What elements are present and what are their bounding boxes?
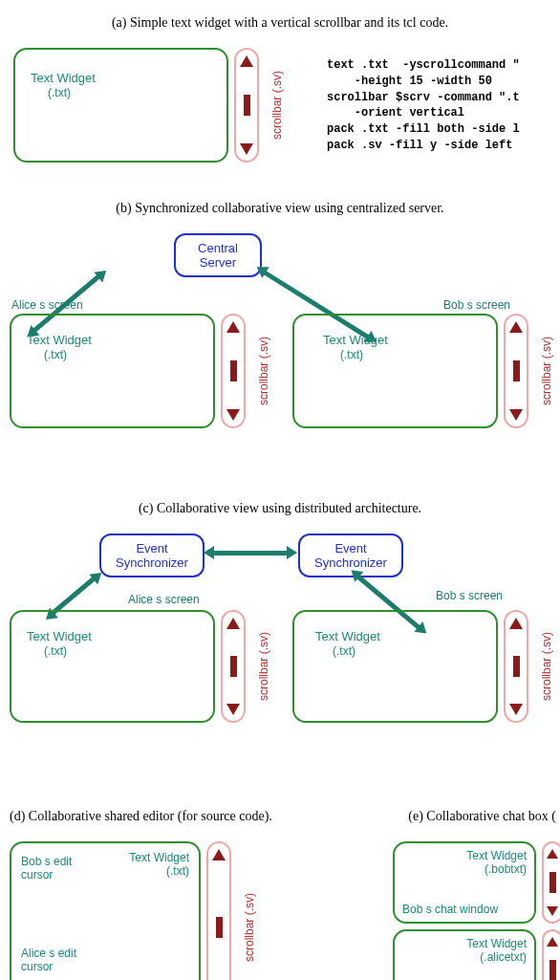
bob-cursor-label: Bob s edit cursor (21, 855, 72, 882)
text-widget-label: Text Widget (323, 333, 388, 347)
text-widget-label: Text Widget (129, 851, 189, 864)
text-widget-label: Text Widget (315, 629, 380, 643)
caption-e: (e) Collaborative chat box ( (280, 809, 556, 824)
scrollbar-label: scrollbar (.sv) (243, 893, 256, 962)
scrollbar-bob-c[interactable]: scrollbar (.sv) (504, 610, 528, 723)
scroll-thumb[interactable] (230, 360, 237, 381)
scroll-up-icon[interactable] (240, 55, 253, 67)
scrollbar-a[interactable]: scrollbar (.sv) (234, 48, 259, 163)
event-sync-a: Event Synchronizer (99, 534, 205, 577)
text-widget-alice-e: Text Widget (.alicetxt) Alice s chat win… (393, 929, 536, 980)
alice-screen-label: Alice s screen (11, 298, 83, 312)
bob-widget-group-c: Text Widget (.txt) scrollbar (.sv) (292, 610, 528, 723)
scroll-thumb[interactable] (244, 95, 250, 116)
text-widget-label: Text Widget (466, 849, 527, 862)
bob-screen-label: Bob s screen (436, 589, 503, 602)
arrow-sync-sync (212, 551, 289, 555)
section-c: Event Synchronizer Event Synchronizer Al… (4, 534, 556, 763)
scroll-up-icon[interactable] (226, 618, 240, 629)
scrollbar-alice-e[interactable] (542, 929, 560, 980)
alice-widget-group: Text Widget (.txt) scrollbar (.sv) (10, 314, 246, 428)
text-widget-alice-c: Text Widget (.txt) (10, 610, 215, 723)
alice-chat-group: Text Widget (.alicetxt) Alice s chat win… (393, 929, 560, 980)
text-widget-bob-b: Text Widget (.txt) (292, 314, 498, 428)
text-widget-sub: (.txt) (166, 864, 189, 878)
alice-screen-label: Alice s screen (128, 593, 200, 606)
scroll-up-icon[interactable] (212, 849, 226, 860)
scrollbar-alice-b[interactable]: scrollbar (.sv) (221, 314, 246, 428)
caption-b: (b) Synchronized collaborative view usin… (4, 201, 556, 216)
text-widget-sub: (.txt) (27, 348, 67, 361)
text-widget-label: Text Widget (27, 629, 92, 643)
central-server-box: Central Server (174, 233, 262, 277)
bob-chat-window-label: Bob s chat window (402, 903, 498, 916)
scrollbar-bob-e[interactable] (542, 841, 560, 924)
text-widget-sub: (.bobtxt) (485, 862, 527, 876)
text-widget-a: Text Widget (.txt) (13, 48, 228, 163)
scroll-thumb[interactable] (549, 872, 556, 893)
text-widget-d: Text Widget (.txt) Bob s edit cursor Ali… (10, 841, 201, 980)
section-e: Text Widget (.bobtxt) Bob s chat window … (280, 841, 556, 980)
scroll-down-icon[interactable] (240, 143, 253, 155)
bob-widget-group: Text Widget (.txt) scrollbar (.sv) (292, 314, 528, 428)
scroll-down-icon[interactable] (226, 704, 240, 715)
scroll-down-icon[interactable] (226, 409, 240, 421)
text-widget-sub: (.txt) (31, 86, 71, 99)
section-a: Text Widget (.txt) scrollbar (.sv) text … (4, 48, 556, 163)
bob-chat-group: Text Widget (.bobtxt) Bob s chat window (393, 841, 560, 924)
scroll-up-icon[interactable] (226, 321, 240, 333)
text-widget-alice-b: Text Widget (.txt) (10, 314, 215, 428)
text-widget-bob-e: Text Widget (.bobtxt) Bob s chat window (393, 841, 536, 924)
alice-cursor-label: Alice s edit cursor (21, 947, 76, 973)
scroll-up-icon[interactable] (547, 849, 558, 859)
caption-a: (a) Simple text widget with a vertical s… (4, 15, 556, 31)
alice-widget-group-c: Text Widget (.txt) scrollbar (.sv) (10, 610, 246, 723)
text-widget-sub: (.txt) (323, 348, 363, 361)
caption-d: (d) Collaborative shared editor (for sou… (4, 809, 280, 824)
scroll-down-icon[interactable] (509, 704, 523, 715)
scrollbar-bob-b[interactable]: scrollbar (.sv) (504, 314, 528, 428)
scroll-up-icon[interactable] (509, 618, 523, 629)
scroll-thumb[interactable] (216, 917, 223, 938)
text-widget-label: Text Widget (31, 71, 96, 85)
scroll-thumb[interactable] (549, 960, 556, 980)
section-b: Central Server Alice s screen Bob s scre… (4, 233, 556, 463)
text-widget-sub: (.alicetxt) (480, 950, 527, 964)
scrollbar-label: scrollbar (.sv) (540, 632, 553, 701)
scroll-thumb[interactable] (230, 656, 237, 677)
text-widget-sub: (.txt) (315, 644, 355, 658)
scrollbar-alice-c[interactable]: scrollbar (.sv) (221, 610, 246, 723)
text-widget-bob-c: Text Widget (.txt) (292, 610, 498, 723)
scroll-thumb[interactable] (513, 360, 520, 381)
scroll-up-icon[interactable] (547, 937, 558, 947)
text-widget-label: Text Widget (27, 333, 92, 347)
scroll-up-icon[interactable] (509, 321, 523, 333)
scrollbar-label: scrollbar (.sv) (270, 71, 284, 140)
text-widget-sub: (.txt) (27, 644, 67, 658)
scrollbar-d[interactable]: scrollbar (.sv) (206, 841, 231, 980)
scrollbar-label: scrollbar (.sv) (257, 632, 270, 701)
scroll-down-icon[interactable] (547, 906, 558, 916)
tcl-code: text .txt -yscrollcommand " -height 15 -… (327, 57, 520, 154)
text-widget-label: Text Widget (466, 937, 527, 950)
scroll-down-icon[interactable] (509, 409, 523, 421)
scroll-thumb[interactable] (513, 656, 520, 677)
bob-screen-label: Bob s screen (443, 298, 510, 312)
caption-c: (c) Collaborative view using distributed… (4, 501, 556, 516)
section-d: Text Widget (.txt) Bob s edit cursor Ali… (4, 841, 280, 980)
scrollbar-label: scrollbar (.sv) (257, 337, 270, 405)
scrollbar-label: scrollbar (.sv) (540, 337, 553, 405)
